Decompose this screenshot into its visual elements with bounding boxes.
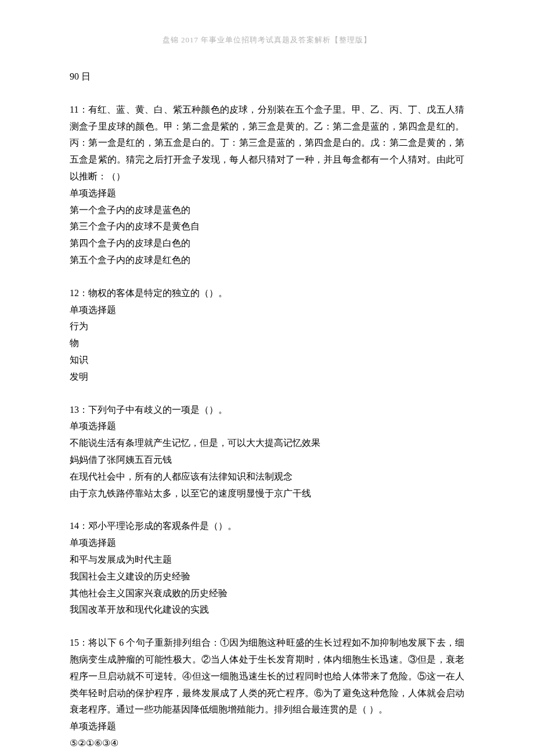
question-type: 单项选择题 bbox=[70, 302, 464, 319]
question-15: 15：将以下 6 个句子重新排列组合：①因为细胞这种旺盛的生长过程如不加抑制地发… bbox=[70, 635, 464, 756]
option: 由于京九铁路停靠站太多，以至它的速度明显慢于京广干线 bbox=[70, 485, 464, 502]
question-type: 单项选择题 bbox=[70, 185, 464, 202]
option: 物 bbox=[70, 335, 464, 352]
option: 第一个盒子内的皮球是蓝色的 bbox=[70, 202, 464, 219]
option: 第四个盒子内的皮球是白色的 bbox=[70, 235, 464, 252]
option: ⑤②①⑥③④ bbox=[70, 735, 464, 752]
content-body: 90 日 11：有红、蓝、黄、白、紫五种颜色的皮球，分别装在五个盒子里。甲、乙、… bbox=[70, 69, 464, 756]
question-stem: 14：邓小平理论形成的客观条件是（）。 bbox=[70, 518, 464, 535]
option: 我国社会主义建设的历史经验 bbox=[70, 568, 464, 585]
question-12: 12：物权的客体是特定的独立的（）。 单项选择题 行为 物 知识 发明 bbox=[70, 285, 464, 386]
option: 第五个盒子内的皮球是红色的 bbox=[70, 252, 464, 269]
question-type: 单项选择题 bbox=[70, 535, 464, 552]
question-11: 11：有红、蓝、黄、白、紫五种颜色的皮球，分别装在五个盒子里。甲、乙、丙、丁、戊… bbox=[70, 102, 464, 269]
text-line: 90 日 bbox=[70, 69, 464, 85]
page: 盘锦 2017 年事业单位招聘考试真题及答案解析【整理版】 90 日 11：有红… bbox=[0, 0, 534, 756]
option: 行为 bbox=[70, 318, 464, 335]
question-stem: 12：物权的客体是特定的独立的（）。 bbox=[70, 285, 464, 302]
page-header: 盘锦 2017 年事业单位招聘考试真题及答案解析【整理版】 bbox=[70, 35, 464, 45]
option: 不能说生活有条理就产生记忆，但是，可以大大提高记忆效果 bbox=[70, 435, 464, 452]
option: 第三个盒子内的皮球不是黄色自 bbox=[70, 218, 464, 235]
continuation-line: 90 日 bbox=[70, 69, 464, 85]
question-type: 单项选择题 bbox=[70, 718, 464, 735]
question-13: 13：下列句子中有歧义的一项是（）。 单项选择题 不能说生活有条理就产生记忆，但… bbox=[70, 402, 464, 502]
question-stem: 13：下列句子中有歧义的一项是（）。 bbox=[70, 402, 464, 419]
option: 我国改革开放和现代化建设的实践 bbox=[70, 602, 464, 618]
option: 发明 bbox=[70, 369, 464, 386]
option: 在现代社会中，所有的人都应该有法律知识和法制观念 bbox=[70, 469, 464, 485]
option: 知识 bbox=[70, 352, 464, 369]
question-stem: 11：有红、蓝、黄、白、紫五种颜色的皮球，分别装在五个盒子里。甲、乙、丙、丁、戊… bbox=[70, 102, 464, 185]
question-type: 单项选择题 bbox=[70, 418, 464, 435]
question-stem: 15：将以下 6 个句子重新排列组合：①因为细胞这种旺盛的生长过程如不加抑制地发… bbox=[70, 635, 464, 718]
option: 其他社会主义国家兴衰成败的历史经验 bbox=[70, 585, 464, 602]
option: 和平与发展成为时代主题 bbox=[70, 552, 464, 568]
option: 妈妈借了张阿姨五百元钱 bbox=[70, 452, 464, 469]
option: ②④①⑥③⑤ bbox=[70, 752, 464, 756]
question-14: 14：邓小平理论形成的客观条件是（）。 单项选择题 和平与发展成为时代主题 我国… bbox=[70, 518, 464, 618]
